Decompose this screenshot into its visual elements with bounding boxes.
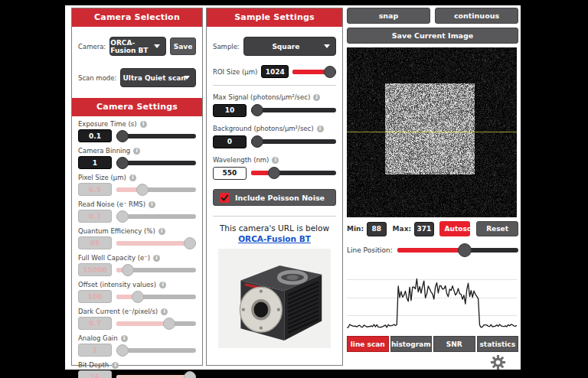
setting-label: Max Signal (photons/µm²/sec) bbox=[213, 93, 310, 101]
scan-mode-select[interactable]: Ultra Quiet scan bbox=[120, 68, 196, 87]
roi-slider[interactable] bbox=[292, 66, 336, 78]
setting-label: Camera Binning bbox=[78, 147, 130, 155]
setting-label: Dark Current (e⁻/pixel/s) bbox=[78, 308, 158, 315]
app-window: Camera Selection Camera: ORCA-Fusion BT … bbox=[0, 0, 588, 378]
info-icon[interactable]: i bbox=[121, 335, 128, 342]
setting-value[interactable]: 0 bbox=[213, 135, 247, 148]
camera-url-link[interactable]: ORCA-Fusion BT bbox=[207, 234, 342, 243]
setting-slider[interactable] bbox=[116, 130, 196, 142]
analysis-tabs: line scan histogram SNR statistics bbox=[347, 336, 518, 352]
camera-select[interactable]: ORCA-Fusion BT bbox=[109, 37, 166, 56]
setting-full-well-capacity: Full Well Capacity (e⁻)i 15000 bbox=[72, 253, 202, 277]
setting-slider bbox=[116, 210, 196, 223]
setting-value: 100 bbox=[78, 290, 112, 303]
camera-url-caption: This camera's URL is below bbox=[207, 223, 342, 233]
setting-label: Full Well Capacity (e⁻) bbox=[78, 254, 150, 262]
autoscale-toggle[interactable]: Autoscale bbox=[439, 221, 471, 236]
min-value-field[interactable]: 88 bbox=[367, 222, 387, 236]
setting-label: Offset (intensity values) bbox=[78, 281, 156, 288]
setting-label: Analog Gain bbox=[78, 334, 118, 342]
setting-value[interactable]: 550 bbox=[213, 167, 247, 180]
setting-slider[interactable] bbox=[251, 135, 336, 148]
info-icon[interactable]: i bbox=[272, 157, 279, 164]
setting-exposure-time: Exposure Time (s)i 0.1 bbox=[72, 119, 202, 143]
setting-dark-current: Dark Current (e⁻/pixel/s)i 0.7 bbox=[72, 307, 202, 331]
snap-button[interactable]: snap bbox=[347, 8, 430, 24]
info-icon[interactable]: i bbox=[313, 94, 320, 101]
line-position-row: Line Position: bbox=[347, 243, 518, 258]
settings-row bbox=[347, 352, 518, 370]
line-scan-plot bbox=[347, 262, 517, 333]
min-label: Min: bbox=[347, 225, 364, 233]
roi-value[interactable]: 1024 bbox=[261, 65, 289, 78]
info-icon[interactable]: i bbox=[153, 255, 160, 262]
scan-mode-row: Scan mode: Ultra Quiet scan bbox=[72, 68, 202, 87]
tab-line-scan[interactable]: line scan bbox=[347, 336, 389, 352]
checkbox-checked-icon[interactable] bbox=[220, 193, 230, 203]
info-icon[interactable]: i bbox=[161, 308, 168, 315]
divider bbox=[213, 216, 336, 217]
chevron-down-icon bbox=[184, 76, 190, 80]
tab-snr[interactable]: SNR bbox=[433, 336, 475, 352]
setting-quantum-efficiency: Quantum Efficiency (%)i 95 bbox=[72, 226, 202, 250]
camera-image-view[interactable] bbox=[347, 47, 517, 217]
tab-statistics[interactable]: statistics bbox=[477, 336, 519, 352]
setting-analog-gain: Analog Gaini 1 bbox=[72, 334, 202, 357]
gear-icon[interactable] bbox=[490, 354, 506, 370]
setting-max-signal: Max Signal (photons/µm²/sec)i 10 bbox=[207, 93, 342, 119]
setting-slider bbox=[116, 344, 196, 357]
info-icon[interactable]: i bbox=[317, 125, 324, 132]
setting-label: Read Noise (e⁻ RMS) bbox=[78, 200, 145, 208]
max-label: Max: bbox=[393, 225, 411, 233]
info-icon[interactable]: i bbox=[159, 282, 166, 288]
main-panel: Camera Selection Camera: ORCA-Fusion BT … bbox=[65, 5, 521, 370]
include-poisson-noise-toggle[interactable]: Include Poisson Noise bbox=[213, 189, 336, 206]
save-camera-button[interactable]: Save bbox=[170, 37, 196, 55]
roi-label: ROI Size (µm) bbox=[213, 68, 257, 76]
sample-label: Sample: bbox=[213, 43, 240, 51]
setting-slider bbox=[116, 318, 196, 330]
viewer-panel: snap continuous Save Current Image Min: … bbox=[347, 8, 518, 367]
sample-select[interactable]: Square bbox=[243, 37, 336, 56]
camera-selection-header: Camera Selection bbox=[72, 8, 202, 27]
line-position-slider[interactable] bbox=[397, 243, 518, 257]
setting-pixel-size: Pixel Size (µm)i 6.5 bbox=[72, 173, 202, 197]
setting-slider bbox=[116, 371, 196, 378]
setting-read-noise: Read Noise (e⁻ RMS)i 0.7 bbox=[72, 200, 202, 223]
max-value-field[interactable]: 371 bbox=[414, 222, 434, 236]
setting-slider bbox=[116, 291, 196, 303]
setting-label: Exposure Time (s) bbox=[78, 120, 137, 128]
info-icon[interactable]: i bbox=[158, 228, 165, 235]
setting-value[interactable]: 0.1 bbox=[78, 129, 112, 142]
setting-slider[interactable] bbox=[251, 104, 336, 116]
chevron-down-icon bbox=[154, 44, 160, 48]
reset-button[interactable]: Reset bbox=[476, 221, 518, 236]
info-icon[interactable]: i bbox=[112, 362, 119, 369]
info-icon[interactable]: i bbox=[133, 148, 140, 155]
tab-histogram[interactable]: histogram bbox=[390, 336, 433, 352]
setting-offset: Offset (intensity values)i 100 bbox=[72, 280, 202, 304]
setting-label: Pixel Size (µm) bbox=[78, 174, 126, 181]
setting-value: 95 bbox=[78, 236, 112, 249]
setting-value: 1 bbox=[78, 344, 112, 357]
info-icon[interactable]: i bbox=[129, 174, 136, 181]
scan-mode-label: Scan mode: bbox=[78, 74, 116, 82]
camera-product-image bbox=[218, 249, 331, 348]
info-icon[interactable]: i bbox=[149, 201, 155, 208]
setting-value: 0.7 bbox=[78, 317, 112, 330]
setting-slider[interactable] bbox=[116, 157, 196, 169]
sample-settings-header: Sample Settings bbox=[207, 8, 342, 27]
setting-value: 6.5 bbox=[78, 183, 112, 196]
setting-value: 16 bbox=[78, 370, 112, 378]
info-icon[interactable]: i bbox=[140, 121, 147, 128]
camera-row: Camera: ORCA-Fusion BT Save bbox=[72, 37, 202, 56]
setting-value[interactable]: 1 bbox=[78, 156, 112, 169]
setting-value[interactable]: 10 bbox=[213, 104, 247, 117]
continuous-button[interactable]: continuous bbox=[435, 8, 518, 24]
camera-panel: Camera Selection Camera: ORCA-Fusion BT … bbox=[71, 8, 203, 366]
save-current-image-button[interactable]: Save Current Image bbox=[347, 28, 518, 44]
setting-label: Bit Depth bbox=[78, 361, 109, 369]
setting-slider[interactable] bbox=[251, 167, 336, 179]
sample-select-value: Square bbox=[272, 43, 307, 51]
chevron-down-icon bbox=[324, 44, 330, 48]
